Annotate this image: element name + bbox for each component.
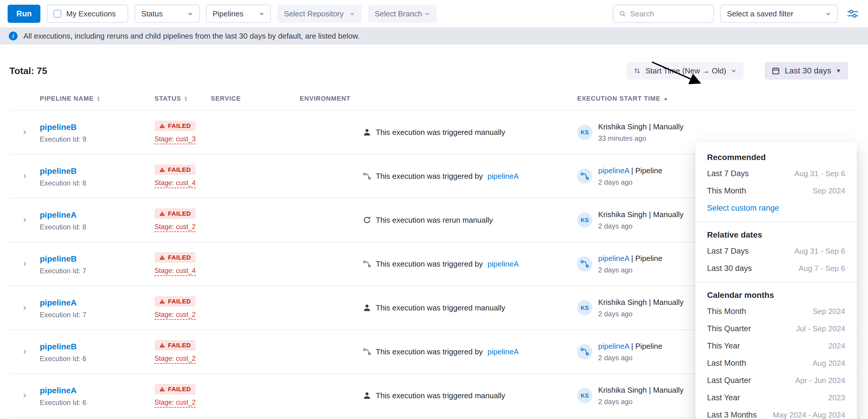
- menu-item-label: Last Month: [707, 359, 746, 368]
- date-menu-item[interactable]: Last QuarterApr - Jun 2024: [695, 372, 857, 389]
- menu-item-label: Last Year: [707, 393, 740, 402]
- pipeline-name-link[interactable]: pipelineB: [40, 123, 77, 132]
- starter-suffix: | Manually: [649, 386, 683, 394]
- filter-panel-button[interactable]: [845, 7, 860, 21]
- expand-chevron-icon[interactable]: [21, 349, 28, 355]
- toolbar: Run My Executions Status Pipelines Selec…: [0, 0, 868, 28]
- sort-dropdown-label: Start Time (New → Old): [645, 66, 726, 75]
- column-header[interactable]: PIPELINE NAME▲▼: [40, 95, 155, 102]
- column-header[interactable]: EXECUTION START TIME▲: [577, 95, 859, 102]
- expand-chevron-icon[interactable]: [21, 304, 28, 311]
- menu-item-label: Last 30 days: [707, 264, 752, 273]
- date-menu-item[interactable]: This MonthSep 2024: [695, 303, 857, 320]
- pipeline-name-link[interactable]: pipelineA: [40, 211, 77, 220]
- sort-updown-icon: ▲▼: [184, 96, 188, 101]
- stage-link[interactable]: Stage: cust_2: [155, 223, 196, 232]
- info-banner-text: All executions, including reruns and chi…: [23, 32, 360, 41]
- date-menu-item[interactable]: Last MonthAug 2024: [695, 355, 857, 372]
- column-header-label: EXECUTION START TIME: [577, 95, 660, 102]
- my-executions-checkbox[interactable]: My Executions: [47, 5, 128, 23]
- menu-item-label: This Year: [707, 342, 740, 351]
- pipeline-name-link[interactable]: pipelineB: [40, 342, 77, 351]
- starter-name: Krishika Singh: [598, 122, 647, 131]
- expand-chevron-icon[interactable]: [21, 261, 28, 267]
- date-menu-item[interactable]: Last 30 daysAug 7 - Sep 6: [695, 260, 857, 277]
- stage-link[interactable]: Stage: cust_2: [155, 311, 196, 320]
- expand-chevron-icon[interactable]: [21, 392, 28, 399]
- starter-suffix: | Manually: [649, 298, 683, 307]
- saved-filter-dropdown[interactable]: Select a saved filter: [720, 5, 838, 23]
- status-dropdown[interactable]: Status: [135, 5, 199, 23]
- column-header: ENVIRONMENT: [300, 95, 363, 102]
- run-button[interactable]: Run: [8, 5, 40, 23]
- status-badge: FAILED: [155, 384, 195, 394]
- stage-link[interactable]: Stage: cust_4: [155, 179, 196, 188]
- menu-item-range: Sep 2024: [813, 186, 845, 195]
- pipeline-name-link[interactable]: pipelineA: [40, 298, 77, 307]
- stage-link[interactable]: Stage: cust_4: [155, 267, 196, 276]
- stage-link[interactable]: Stage: cust_2: [155, 355, 196, 364]
- date-menu-item[interactable]: Last 7 DaysAug 31 - Sep 6: [695, 243, 857, 260]
- date-menu-item[interactable]: This Year2024: [695, 337, 857, 355]
- date-range-menu: RecommendedLast 7 DaysAug 31 - Sep 6This…: [695, 142, 857, 419]
- pipelines-dropdown[interactable]: Pipelines: [206, 5, 271, 23]
- expand-chevron-icon[interactable]: [21, 129, 28, 135]
- start-time-ago: 2 days ago: [598, 266, 662, 274]
- user-icon: [363, 391, 371, 400]
- pipeline-name-link[interactable]: pipelineB: [40, 254, 77, 263]
- chevron-down-icon: [424, 11, 430, 17]
- checkbox-icon[interactable]: [53, 10, 61, 18]
- select-branch-dropdown[interactable]: Select Branch: [368, 5, 437, 23]
- sort-updown-icon: ▲▼: [97, 96, 100, 101]
- menu-section-title: Relative dates: [695, 224, 857, 243]
- start-time-ago: 2 days ago: [598, 310, 683, 318]
- expand-chevron-icon[interactable]: [21, 173, 28, 180]
- pipeline-name-link[interactable]: pipelineB: [40, 166, 77, 175]
- column-header-label: ENVIRONMENT: [300, 95, 350, 102]
- search-box[interactable]: [613, 5, 714, 23]
- date-range-label: Last 30 days: [784, 66, 831, 75]
- info-icon: i: [9, 32, 18, 40]
- status-badge: FAILED: [155, 296, 195, 307]
- trigger-pipeline-link[interactable]: pipelineA: [488, 172, 519, 181]
- select-branch-label: Select Branch: [375, 9, 422, 19]
- sort-dropdown[interactable]: Start Time (New → Old): [626, 62, 744, 79]
- user-icon: [363, 304, 371, 312]
- warning-icon: [159, 342, 165, 348]
- pipeline-name-link[interactable]: pipelineA: [40, 386, 77, 395]
- date-menu-item[interactable]: Last 7 DaysAug 31 - Sep 6: [695, 165, 857, 182]
- starter-pipeline-link[interactable]: pipelineA: [598, 342, 629, 351]
- date-menu-item[interactable]: Last 3 MonthsMay 2024 - Aug 2024: [695, 407, 857, 419]
- user-avatar: KS: [577, 300, 592, 315]
- pipeline-avatar-icon: [577, 168, 592, 184]
- menu-section-title: Recommended: [695, 147, 857, 165]
- menu-item-range: 2023: [828, 393, 845, 402]
- menu-item-range: Aug 7 - Sep 6: [799, 264, 845, 273]
- starter-pipeline-link[interactable]: pipelineA: [598, 254, 629, 263]
- select-repository-dropdown[interactable]: Select Repository: [277, 5, 362, 23]
- rerun-icon: [363, 216, 371, 224]
- trigger-text: This execution was triggered by: [376, 347, 483, 356]
- stage-link[interactable]: Stage: cust_2: [155, 398, 196, 408]
- search-input[interactable]: [630, 9, 708, 19]
- sort-order-icon: [633, 67, 641, 74]
- info-banner: i All executions, including reruns and c…: [0, 28, 868, 44]
- stage-link[interactable]: Stage: cust_3: [155, 135, 196, 144]
- starter-name: Krishika Singh: [598, 210, 647, 219]
- date-menu-item[interactable]: Last Year2023: [695, 389, 857, 407]
- expand-chevron-icon[interactable]: [21, 217, 28, 223]
- starter-pipeline-link[interactable]: pipelineA: [598, 166, 629, 175]
- trigger-text: This execution was triggered by: [376, 172, 483, 181]
- menu-item-range: Jul - Sep 2024: [796, 324, 845, 333]
- date-menu-item[interactable]: This QuarterJul - Sep 2024: [695, 320, 857, 337]
- trigger-pipeline-link[interactable]: pipelineA: [488, 260, 519, 268]
- total-count: Total: 75: [9, 66, 47, 76]
- trigger-pipeline-link[interactable]: pipelineA: [488, 347, 519, 356]
- column-header[interactable]: STATUS▲▼: [155, 95, 211, 102]
- date-range-button[interactable]: Last 30 days ▼: [765, 62, 848, 79]
- menu-item-label: This Quarter: [707, 324, 751, 333]
- menu-item-label: Last Quarter: [707, 376, 751, 385]
- date-menu-item[interactable]: This MonthSep 2024: [695, 182, 857, 199]
- date-menu-item[interactable]: Select custom range: [695, 199, 857, 217]
- warning-icon: [159, 211, 165, 217]
